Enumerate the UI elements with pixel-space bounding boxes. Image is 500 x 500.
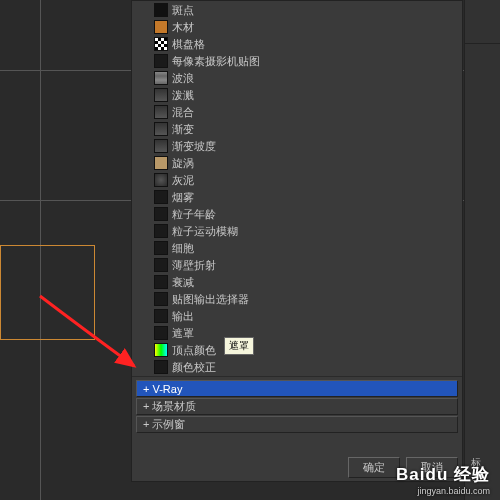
map-swatch-icon bbox=[154, 20, 168, 34]
map-type-label: 灰泥 bbox=[172, 173, 194, 188]
map-type-label: 遮罩 bbox=[172, 326, 194, 341]
tooltip: 遮罩 bbox=[224, 337, 254, 355]
map-swatch-icon bbox=[154, 258, 168, 272]
map-type-item[interactable]: 渐变坡度 bbox=[136, 138, 458, 154]
map-type-label: 木材 bbox=[172, 20, 194, 35]
map-type-label: 渐变 bbox=[172, 122, 194, 137]
map-swatch-icon bbox=[154, 71, 168, 85]
map-type-label: 烟雾 bbox=[172, 190, 194, 205]
map-type-item[interactable]: 旋涡 bbox=[136, 155, 458, 171]
map-swatch-icon bbox=[154, 343, 168, 357]
category-row[interactable]: + 示例窗 bbox=[136, 416, 458, 433]
map-swatch-icon bbox=[154, 139, 168, 153]
map-type-item[interactable]: 贴图输出选择器 bbox=[136, 291, 458, 307]
map-type-item[interactable]: 泼溅 bbox=[136, 87, 458, 103]
map-type-item[interactable]: 烟雾 bbox=[136, 189, 458, 205]
right-sidebar: 标 bbox=[464, 0, 500, 500]
map-swatch-icon bbox=[154, 275, 168, 289]
map-type-label: 顶点颜色 bbox=[172, 343, 216, 358]
map-type-item[interactable]: 衰减 bbox=[136, 274, 458, 290]
map-type-item[interactable]: 遮罩 bbox=[136, 325, 458, 341]
map-type-label: 波浪 bbox=[172, 71, 194, 86]
map-type-item[interactable]: 混合 bbox=[136, 104, 458, 120]
map-swatch-icon bbox=[154, 292, 168, 306]
map-type-label: 衰减 bbox=[172, 275, 194, 290]
map-swatch-icon bbox=[154, 326, 168, 340]
map-type-label: 泼溅 bbox=[172, 88, 194, 103]
map-type-label: 斑点 bbox=[172, 3, 194, 18]
map-type-list[interactable]: 斑点木材棋盘格每像素摄影机贴图波浪泼溅混合渐变渐变坡度旋涡灰泥烟雾粒子年龄粒子运… bbox=[132, 1, 462, 377]
map-type-label: 混合 bbox=[172, 105, 194, 120]
map-type-item[interactable]: 顶点颜色 bbox=[136, 342, 458, 358]
map-type-item[interactable]: 斑点 bbox=[136, 2, 458, 18]
map-type-label: 颜色校正 bbox=[172, 360, 216, 375]
watermark-title: Baidu 经验 bbox=[396, 463, 490, 486]
watermark-url: jingyan.baidu.com bbox=[396, 486, 490, 496]
map-type-label: 薄壁折射 bbox=[172, 258, 216, 273]
ok-button[interactable]: 确定 bbox=[348, 457, 400, 478]
map-type-item[interactable]: 渐变 bbox=[136, 121, 458, 137]
map-swatch-icon bbox=[154, 37, 168, 51]
map-type-item[interactable]: 输出 bbox=[136, 308, 458, 324]
map-type-item[interactable]: 颜色校正 bbox=[136, 359, 458, 375]
map-type-label: 粒子年龄 bbox=[172, 207, 216, 222]
map-swatch-icon bbox=[154, 190, 168, 204]
map-type-label: 每像素摄影机贴图 bbox=[172, 54, 260, 69]
map-type-item[interactable]: 木材 bbox=[136, 19, 458, 35]
map-type-label: 输出 bbox=[172, 309, 194, 324]
map-swatch-icon bbox=[154, 88, 168, 102]
map-swatch-icon bbox=[154, 173, 168, 187]
map-type-item[interactable]: 波浪 bbox=[136, 70, 458, 86]
map-type-item[interactable]: 每像素摄影机贴图 bbox=[136, 53, 458, 69]
map-swatch-icon bbox=[154, 54, 168, 68]
map-swatch-icon bbox=[154, 224, 168, 238]
map-type-item[interactable]: 粒子运动模糊 bbox=[136, 223, 458, 239]
map-type-label: 旋涡 bbox=[172, 156, 194, 171]
map-swatch-icon bbox=[154, 156, 168, 170]
map-type-label: 粒子运动模糊 bbox=[172, 224, 238, 239]
map-swatch-icon bbox=[154, 122, 168, 136]
map-swatch-icon bbox=[154, 3, 168, 17]
map-type-item[interactable]: 灰泥 bbox=[136, 172, 458, 188]
map-type-label: 棋盘格 bbox=[172, 37, 205, 52]
category-row[interactable]: + V-Ray bbox=[136, 380, 458, 397]
map-type-item[interactable]: 薄壁折射 bbox=[136, 257, 458, 273]
map-type-item[interactable]: 细胞 bbox=[136, 240, 458, 256]
map-swatch-icon bbox=[154, 241, 168, 255]
watermark: Baidu 经验 jingyan.baidu.com bbox=[396, 463, 490, 496]
map-type-item[interactable]: 棋盘格 bbox=[136, 36, 458, 52]
material-browser-panel: 斑点木材棋盘格每像素摄影机贴图波浪泼溅混合渐变渐变坡度旋涡灰泥烟雾粒子年龄粒子运… bbox=[131, 0, 463, 482]
map-type-label: 渐变坡度 bbox=[172, 139, 216, 154]
map-type-item[interactable]: 粒子年龄 bbox=[136, 206, 458, 222]
map-type-label: 细胞 bbox=[172, 241, 194, 256]
map-swatch-icon bbox=[154, 207, 168, 221]
map-type-label: 贴图输出选择器 bbox=[172, 292, 249, 307]
map-swatch-icon bbox=[154, 360, 168, 374]
category-row[interactable]: + 场景材质 bbox=[136, 398, 458, 415]
map-swatch-icon bbox=[154, 309, 168, 323]
viewport-selection-rect bbox=[0, 245, 95, 340]
map-swatch-icon bbox=[154, 105, 168, 119]
